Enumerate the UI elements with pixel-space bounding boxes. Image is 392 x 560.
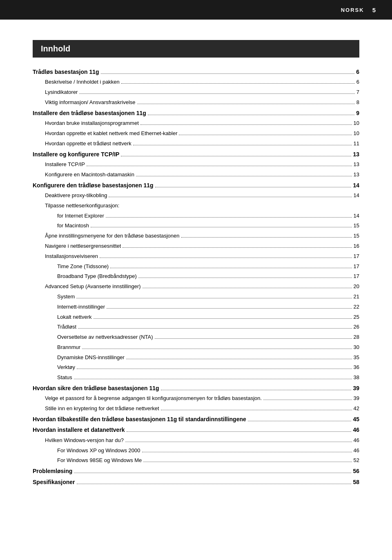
toc-page: 14 [354,212,359,220]
toc-text: Åpne innstillingsmenyene for den trådløs… [33,232,180,240]
toc-entry: Brannmur30 [33,343,359,352]
toc-dots [140,124,352,125]
toc-text: Navigere i nettlesergrensesnittet [33,242,121,251]
toc-page: 46 [353,425,359,434]
toc-dots [248,421,352,421]
toc-dots [74,473,351,473]
toc-page: 10 [354,119,359,128]
toc-dots [109,197,352,197]
section-title: Innhold [33,40,359,58]
toc-text: Trådløs basestasjon 11g [33,67,99,76]
toc-page: 46 [354,447,359,455]
toc-text: Time Zone (Tidssone) [33,262,109,271]
toc-dots [78,328,352,329]
toc-entry: Hvordan installere et datanettverk46 [33,425,359,434]
toc-entry: Tilpasse nettleserkonfigurasjon: [33,202,359,210]
toc-page: 17 [354,272,359,281]
toc-page: 42 [354,404,359,413]
toc-entry: Verktøy36 [33,363,359,372]
toc-text: Brannmur [33,343,80,352]
toc-text: Hvordan opprette et trådløst nettverk [33,140,131,148]
toc-entry: Installere den trådløse basestasjonen 11… [33,109,359,118]
toc-text: Hvilken Windows-versjon har du? [33,436,124,445]
toc-text: Beskrivelse / Innholdet i pakken [33,78,120,87]
toc-dots [181,237,352,238]
toc-entry: Hvordan opprette et kablet nettverk med … [33,129,359,138]
toc-text: For Windows XP og Windows 2000 [33,447,140,455]
toc-page: 46 [354,436,359,445]
toc-page: 14 [354,191,359,200]
toc-page: 22 [354,303,359,311]
toc-text: Broadband Type (Bredbåndstype) [33,272,137,281]
toc-dots [122,247,352,248]
header-right: NORSK 5 [341,7,376,13]
toc-page: 38 [354,373,359,382]
toc-entry: Deaktivere proxy-tilkobling14 [33,191,359,200]
toc-entry: Viktig informasjon/ Ansvarsfraskrivelse8 [33,98,359,107]
toc-text: Konfigurere den trådløse basestasjonen 1… [33,181,154,190]
toc-dots [79,93,354,94]
toc-entry: Konfigurere en Macintosh-datamaskin13 [33,171,359,179]
toc-dots [143,462,352,462]
toc-dots [127,431,352,432]
toc-entry: Velge et passord for å begrense adgangen… [33,394,359,403]
toc-dots [148,115,354,115]
toc-dots [143,288,352,288]
toc-entry: Navigere i nettlesergrensesnittet16 [33,242,359,251]
toc-text: Advanced Setup (Avanserte innstillinger) [33,282,141,291]
toc-page: 13 [354,171,359,179]
toc-entry: Stille inn en kryptering for det trådløs… [33,404,359,413]
toc-page: 35 [354,353,359,362]
toc-entry: Installere TCP/IP13 [33,160,359,169]
toc-page: 6 [356,78,359,87]
toc-dots [76,298,352,298]
toc-page: 20 [354,282,359,291]
toc-page: 6 [356,67,359,76]
toc-text: Lokalt nettverk [33,313,92,322]
toc-entry: for Macintosh15 [33,222,359,230]
toc-page: 39 [354,394,359,403]
toc-dots [110,268,352,268]
toc-text: Oversettelse av nettverksadresser (NTA) [33,333,153,342]
toc-page: 28 [354,333,359,342]
toc-text: Viktig informasjon/ Ansvarsfraskrivelse [33,98,136,107]
toc-text: Konfigurere en Macintosh-datamaskin [33,171,134,179]
toc-entry: Trådløst26 [33,323,359,331]
toc-page: 52 [354,456,359,465]
toc-dots [155,187,352,187]
toc-page: 16 [354,242,359,251]
toc-dots [138,278,352,278]
toc-container: Trådløs basestasjon 11g6Beskrivelse / In… [33,67,359,487]
toc-page: 7 [356,88,359,97]
toc-dots [107,308,352,309]
toc-entry: Advanced Setup (Avanserte innstillinger)… [33,282,359,291]
toc-text: For Windows 98SE og Windows Me [33,456,142,465]
toc-entry: Internett-innstillinger22 [33,303,359,311]
toc-page: 21 [354,293,359,301]
page-container: NORSK 5 Innhold Trådløs basestasjon 11g6… [0,0,392,560]
toc-dots [125,442,352,442]
toc-text: Hvordan tilbakestille den trådløse bases… [33,415,246,424]
toc-text: Lysindikatorer [33,88,78,97]
toc-entry: Problemløsing56 [33,467,359,476]
toc-text: Trådløst [33,323,76,331]
toc-dots [91,227,352,227]
toc-dots [87,166,352,166]
toc-text: Installere og konfigurere TCP/IP [33,150,119,159]
toc-dots [161,390,352,390]
toc-dots [133,145,352,145]
toc-dots [106,217,352,218]
toc-dots [126,359,352,359]
toc-entry: For Windows 98SE og Windows Me52 [33,456,359,465]
toc-text: for Macintosh [33,222,89,230]
toc-dots [82,349,352,349]
toc-text: Internett-innstillinger [33,303,105,311]
toc-text: Problemløsing [33,467,72,476]
toc-page: 25 [354,313,359,322]
toc-dots [155,338,352,339]
toc-page: 30 [354,343,359,352]
toc-dots [77,484,352,484]
toc-text: Velge et passord for å begrense adgangen… [33,394,262,403]
toc-entry: Broadband Type (Bredbåndstype)17 [33,272,359,281]
toc-entry: For Windows XP og Windows 200046 [33,447,359,455]
